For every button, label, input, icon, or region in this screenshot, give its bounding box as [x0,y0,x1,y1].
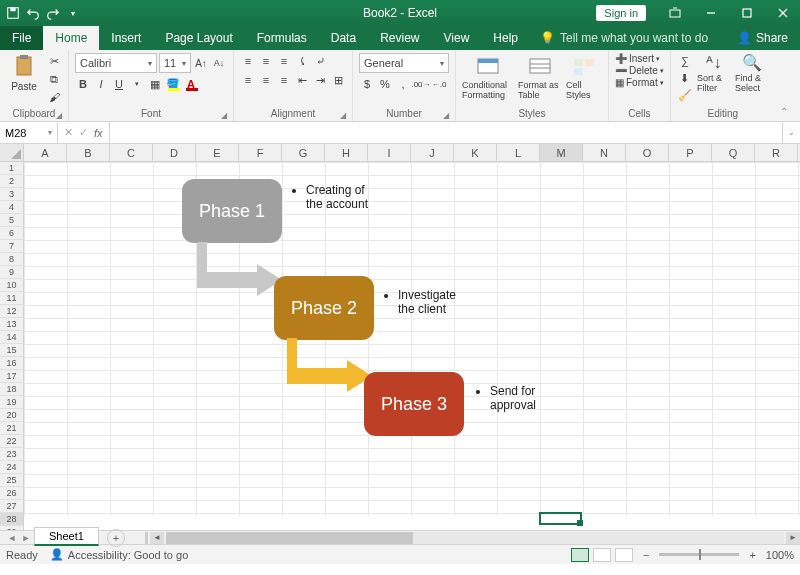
autosum-icon[interactable]: ∑ [677,53,693,69]
row-header-3[interactable]: 3 [0,188,24,201]
tab-home[interactable]: Home [43,26,99,50]
column-header-C[interactable]: C [110,144,153,161]
column-header-P[interactable]: P [669,144,712,161]
add-sheet-button[interactable]: + [107,529,125,547]
bold-button[interactable]: B [75,76,91,92]
cell-styles-button[interactable]: Cell Styles [566,53,602,101]
align-bottom-icon[interactable]: ≡ [276,53,292,69]
column-header-O[interactable]: O [626,144,669,161]
row-header-17[interactable]: 17 [0,370,24,383]
column-header-B[interactable]: B [67,144,110,161]
increase-indent-icon[interactable]: ⇥ [312,72,328,88]
sheet-nav-prev-icon[interactable]: ◄ [6,533,18,543]
fill-icon[interactable]: ⬇ [677,70,693,86]
conditional-formatting-button[interactable]: Conditional Formatting [462,53,514,101]
row-header-1[interactable]: 1 [0,162,24,175]
fill-color-button[interactable]: 🪣 [165,76,181,92]
cells-area[interactable]: Phase 1 Creating of the account Phase 2 … [24,162,800,516]
column-header-N[interactable]: N [583,144,626,161]
row-header-11[interactable]: 11 [0,292,24,305]
row-header-29[interactable]: 29 [0,526,24,530]
format-cells-button[interactable]: ▦Format▾ [615,77,664,88]
worksheet-grid[interactable]: ABCDEFGHIJKLMNOPQR 123456789101112131415… [0,144,800,530]
hscroll-thumb[interactable] [166,532,413,544]
row-header-16[interactable]: 16 [0,357,24,370]
zoom-in-icon[interactable]: + [749,549,755,561]
phase3-bullets[interactable]: Send for approval [476,384,556,412]
row-header-18[interactable]: 18 [0,383,24,396]
increase-decimal-icon[interactable]: .00→ [413,76,429,92]
italic-button[interactable]: I [93,76,109,92]
align-center-icon[interactable]: ≡ [258,72,274,88]
row-header-27[interactable]: 27 [0,500,24,513]
qat-customize-icon[interactable]: ▾ [66,6,80,20]
row-header-15[interactable]: 15 [0,344,24,357]
insert-function-icon[interactable]: fx [94,127,103,139]
smartart-phase2[interactable]: Phase 2 [274,276,374,340]
orientation-icon[interactable]: ⤹ [294,53,310,69]
redo-icon[interactable] [46,6,60,20]
clipboard-dialog-icon[interactable]: ◢ [56,111,62,120]
increase-font-icon[interactable]: A↑ [193,55,209,71]
zoom-value[interactable]: 100% [766,549,794,561]
normal-view-icon[interactable] [571,548,589,562]
font-size-combo[interactable]: 11▾ [159,53,191,73]
align-top-icon[interactable]: ≡ [240,53,256,69]
column-header-A[interactable]: A [24,144,67,161]
border-button[interactable]: ▦ [147,76,163,92]
decrease-decimal-icon[interactable]: ←.0 [431,76,447,92]
name-box[interactable]: M28▾ [0,122,58,143]
accessibility-status[interactable]: 👤 Accessibility: Good to go [50,548,188,561]
cut-icon[interactable]: ✂ [46,53,62,69]
smartart-phase1[interactable]: Phase 1 [182,179,282,243]
tab-review[interactable]: Review [368,26,431,50]
smartart-phase3[interactable]: Phase 3 [364,372,464,436]
underline-dropdown-icon[interactable]: ▾ [129,76,145,92]
page-break-view-icon[interactable] [615,548,633,562]
tell-me[interactable]: 💡 Tell me what you want to do [530,26,718,50]
underline-button[interactable]: U [111,76,127,92]
wrap-text-icon[interactable]: ⤶ [312,53,328,69]
decrease-indent-icon[interactable]: ⇤ [294,72,310,88]
tab-formulas[interactable]: Formulas [245,26,319,50]
minimize-icon[interactable] [694,0,728,26]
phase1-bullets[interactable]: Creating of the account [292,183,372,211]
align-left-icon[interactable]: ≡ [240,72,256,88]
align-right-icon[interactable]: ≡ [276,72,292,88]
maximize-icon[interactable] [730,0,764,26]
formula-input[interactable] [110,122,782,143]
expand-formula-bar-icon[interactable]: ⌄ [782,122,800,143]
sheet-nav-next-icon[interactable]: ► [20,533,32,543]
page-layout-view-icon[interactable] [593,548,611,562]
tab-file[interactable]: File [0,26,43,50]
column-header-H[interactable]: H [325,144,368,161]
decrease-font-icon[interactable]: A↓ [211,55,227,71]
row-header-19[interactable]: 19 [0,396,24,409]
row-header-5[interactable]: 5 [0,214,24,227]
column-header-Q[interactable]: Q [712,144,755,161]
signin-button[interactable]: Sign in [596,5,646,21]
tab-help[interactable]: Help [481,26,530,50]
share-button[interactable]: 👤 Share [725,26,800,50]
column-header-D[interactable]: D [153,144,196,161]
percent-format-icon[interactable]: % [377,76,393,92]
column-header-M[interactable]: M [540,144,583,161]
save-icon[interactable] [6,6,20,20]
sort-filter-button[interactable]: ᴬ↓Sort & Filter [697,53,731,94]
alignment-dialog-icon[interactable]: ◢ [340,111,346,120]
tab-page-layout[interactable]: Page Layout [153,26,244,50]
select-all-button[interactable] [0,144,24,161]
row-header-14[interactable]: 14 [0,331,24,344]
column-header-G[interactable]: G [282,144,325,161]
font-color-button[interactable]: A [183,76,199,92]
tab-insert[interactable]: Insert [99,26,153,50]
hscroll-right-icon[interactable]: ► [786,532,800,544]
row-header-26[interactable]: 26 [0,487,24,500]
row-header-6[interactable]: 6 [0,227,24,240]
hscroll-left-icon[interactable]: ◄ [150,532,164,544]
row-header-24[interactable]: 24 [0,461,24,474]
row-header-20[interactable]: 20 [0,409,24,422]
font-dialog-icon[interactable]: ◢ [221,111,227,120]
column-header-L[interactable]: L [497,144,540,161]
align-middle-icon[interactable]: ≡ [258,53,274,69]
